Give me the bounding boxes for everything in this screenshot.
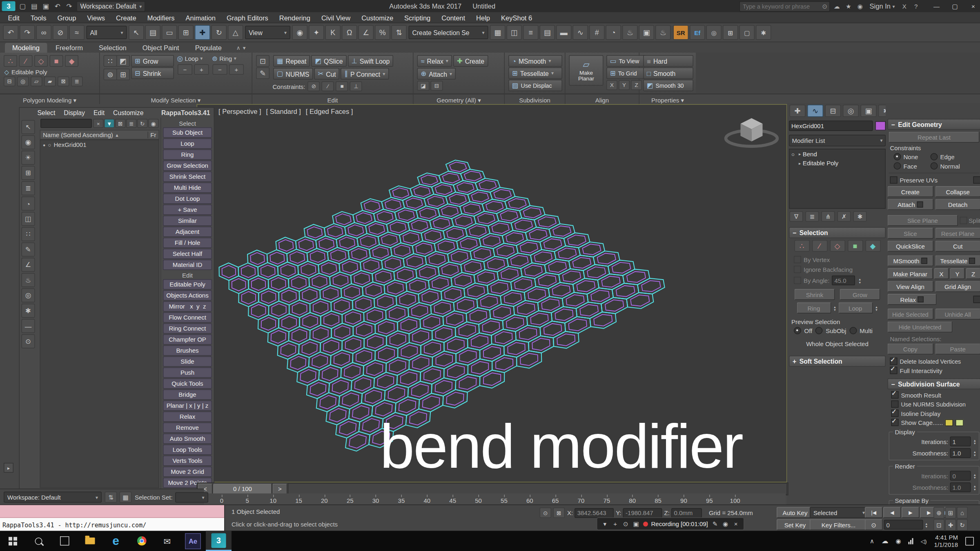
edge-button[interactable]: e	[103, 531, 129, 551]
smooth-result-checkbox[interactable]	[891, 391, 899, 399]
rappatools-button[interactable]: Brushes	[163, 345, 212, 356]
camera-icon[interactable]: ◉	[22, 136, 35, 150]
rappatools-menu-item[interactable]: Select	[33, 109, 60, 117]
rappatools-button[interactable]: Shrink Select	[163, 171, 212, 182]
perspective-viewport[interactable]: [ + ] [ Perspective ] [ Standard ] [ Edg…	[197, 104, 787, 482]
display-iterations-field[interactable]: 1	[950, 437, 971, 447]
rappatools-search-input[interactable]	[40, 119, 92, 128]
next-frame-button[interactable]: >	[273, 483, 287, 494]
menu-item[interactable]: Content	[436, 13, 471, 22]
modify-tab-icon[interactable]: ∿	[807, 105, 823, 117]
community-icon[interactable]: ☁	[832, 1, 842, 11]
viewcube[interactable]	[726, 118, 777, 147]
rappatools-button[interactable]: Relax	[163, 411, 212, 422]
recorder-add-icon[interactable]: +	[611, 520, 619, 527]
keyboard-override-icon[interactable]: K	[325, 25, 341, 40]
minimize-button[interactable]: —	[928, 1, 945, 12]
rappatools-button[interactable]: Material ID	[163, 260, 212, 270]
loop-spinner[interactable]: ▲▼	[875, 305, 878, 311]
track-bar[interactable]: ∿ 05101520253035404550556065707580859095…	[197, 493, 786, 505]
rappatools-button[interactable]: Slide	[163, 356, 212, 367]
invert-selection-icon[interactable]: ◩	[116, 55, 130, 67]
rappatools-button[interactable]: Champfer OP	[163, 334, 212, 345]
key-mode-toggle[interactable]: ⊙	[865, 519, 883, 530]
rappatools-button[interactable]: Auto Smooth	[163, 433, 212, 444]
smooth-30-button[interactable]: ◩Smooth 30	[643, 80, 693, 91]
render-production-icon[interactable]: ♨	[655, 25, 671, 40]
rappatools-button[interactable]: Edit	[163, 271, 212, 279]
show-end-result-icon[interactable]: ≣	[71, 77, 83, 87]
axis-button[interactable]: Y	[950, 268, 965, 279]
ribbon-group-label[interactable]: Modify Selection ▾	[100, 97, 252, 104]
3ds-max-taskbar-button[interactable]: 3	[206, 531, 232, 551]
sign-in-button[interactable]: Sign In▾	[867, 2, 898, 10]
modifier-list-dropdown[interactable]: Modifier List▾	[789, 135, 886, 147]
ribbon-group-label[interactable]: Subdivision	[505, 97, 565, 104]
make-planar-button[interactable]: Make Planar	[888, 268, 933, 279]
rappatools-button[interactable]: Verts Tools	[163, 455, 212, 466]
ignore-backfacing-checkbox[interactable]	[794, 266, 801, 273]
recorder-zoom-icon[interactable]: ⊙	[622, 520, 630, 527]
axis-button[interactable]: Z	[966, 268, 980, 279]
settings-icon[interactable]: ⊙	[22, 334, 35, 349]
rappatools-menu-item[interactable]: Customize	[109, 109, 148, 117]
close-button[interactable]: ×	[965, 1, 980, 12]
display-smoothness-field[interactable]: 1.0	[950, 448, 971, 458]
rappatools-button[interactable]: Dot Loop	[163, 193, 212, 204]
list-column-frozen[interactable]: Fr	[147, 131, 156, 138]
view-align-button[interactable]: View Align	[888, 281, 933, 292]
use-displace-button[interactable]: ▨Use Displac	[508, 80, 562, 91]
pane-toggle-icon[interactable]: ⇅	[105, 492, 117, 503]
file-explorer-button[interactable]	[77, 531, 103, 551]
autodesk-exchange-icon[interactable]: X	[899, 1, 910, 11]
select-and-move-icon[interactable]: ✚	[195, 25, 210, 40]
menu-item[interactable]: Scripting	[399, 13, 436, 22]
go-to-start-icon[interactable]: |◀	[865, 507, 883, 518]
unlink-selection-icon[interactable]: ⊘	[53, 25, 68, 40]
preserve-uvs-settings[interactable]	[973, 176, 980, 184]
hide-unselected-button[interactable]: Hide Unselected	[888, 322, 953, 333]
select-and-rotate-icon[interactable]: ↻	[212, 25, 227, 40]
ribbon-group-label[interactable]: Properties ▾	[639, 97, 696, 104]
orbit-icon[interactable]: ↻	[957, 519, 968, 531]
selection-filter-dropdown[interactable]: All▾	[87, 26, 127, 39]
hide-tool-icon[interactable]: —	[22, 319, 35, 333]
angle-spinner[interactable]: ▲▼	[858, 278, 861, 283]
maxscript-mini-listener[interactable]: RappaTools3.41 - http://remusjuncu.com/	[0, 505, 225, 532]
help-icon[interactable]: ?	[911, 1, 922, 11]
tessellate-button[interactable]: Tessellate	[935, 256, 980, 267]
menu-item[interactable]: Graph Editors	[221, 13, 274, 22]
undo-icon[interactable]: ↶	[52, 1, 63, 11]
axis-button[interactable]: Y	[619, 80, 630, 90]
constraint-edge-radio[interactable]	[931, 153, 938, 160]
isolate-selection-toggle[interactable]: ⊙	[540, 508, 552, 518]
rappatools-button[interactable]: Adjacent	[163, 227, 212, 237]
material-editor-icon[interactable]: ◔	[606, 25, 621, 40]
isoline-display-checkbox[interactable]	[891, 410, 899, 417]
hard-button[interactable]: ■Hard	[643, 55, 693, 67]
start-button[interactable]	[0, 531, 26, 551]
element-mode-icon[interactable]: ◆	[65, 55, 78, 67]
reference-coordinate-dropdown[interactable]: View▾	[245, 26, 290, 39]
ribbon-tab[interactable]: Object Paint	[135, 42, 187, 52]
reset-plane-button[interactable]: Reset Plane	[935, 228, 980, 239]
motion-tab-icon[interactable]: ◎	[843, 105, 859, 117]
play-animation-icon[interactable]: ▶	[902, 507, 920, 518]
delete-isolated-checkbox[interactable]	[890, 358, 898, 365]
frame-spinner[interactable]: ▲▼	[925, 522, 928, 528]
slice-button[interactable]: Slice	[888, 228, 933, 239]
recorder-draw-icon[interactable]: ✎	[711, 520, 719, 527]
preserve-uvs-icon[interactable]: ⊡	[256, 55, 270, 67]
iray-render-icon[interactable]: ◎	[706, 25, 722, 40]
mirror-icon[interactable]: ◫	[507, 25, 522, 40]
zoom-all-icon[interactable]: ⊞	[945, 507, 956, 519]
qslice-button[interactable]: ◩QSlice	[311, 55, 346, 67]
auto-key-button[interactable]: Auto Key	[777, 507, 813, 518]
copy-settings-icon[interactable]: ▱	[31, 77, 42, 87]
bind-to-space-warp-icon[interactable]: ≈	[69, 25, 85, 40]
material-tool-icon[interactable]: ◔	[22, 197, 35, 211]
x-coordinate-field[interactable]: 3842.5643	[575, 508, 614, 518]
listener-line[interactable]: RappaTools3.41 - http://remusjuncu.com/	[0, 518, 224, 531]
shrink-button[interactable]: ⊟Shrink	[131, 67, 174, 79]
smoothness-spinner[interactable]: ▲▼	[973, 450, 976, 456]
